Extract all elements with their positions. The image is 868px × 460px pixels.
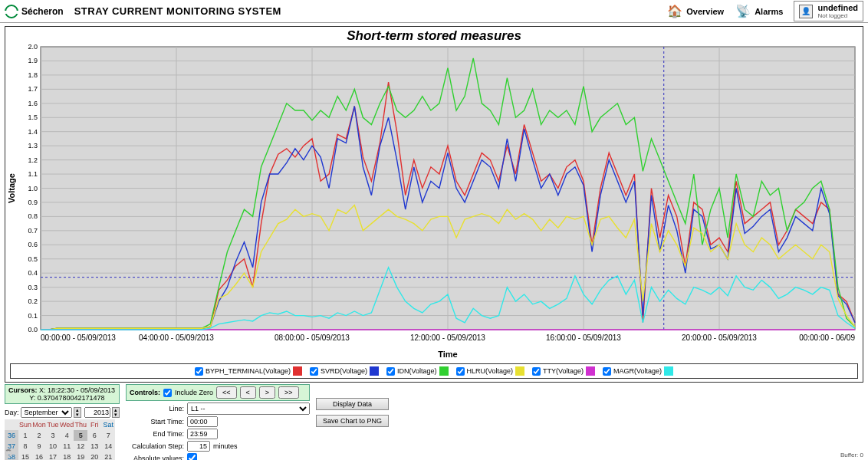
bell-icon: 📡 — [735, 3, 751, 20]
calendar-day[interactable]: 14 — [101, 441, 115, 452]
nav-overview[interactable]: 🏠 Overview — [666, 3, 724, 20]
calendar-day[interactable]: 5 — [74, 430, 87, 441]
calendar-day[interactable]: 11 — [60, 441, 74, 452]
legend-label: TTY(Voltage) — [543, 367, 584, 375]
year-spin[interactable]: ▴▾ — [112, 407, 120, 418]
home-icon: 🏠 — [666, 3, 683, 20]
chart-panel: Short-term stored measures 0.00.10.20.30… — [5, 26, 863, 383]
brand-name: Sécheron — [21, 6, 64, 17]
calendar-day[interactable]: 17 — [46, 452, 60, 460]
legend-item[interactable]: HLRU(Voltage) — [454, 366, 528, 376]
bottom-panel: Cursors: X: 18:22:30 - 05/09/2013 Y: 0.3… — [5, 384, 863, 460]
legend-checkbox[interactable] — [195, 367, 203, 376]
nav-alarms-label: Alarms — [755, 7, 783, 16]
calendar-day[interactable]: 19 — [74, 452, 87, 460]
busy-spinner-icon — [5, 449, 12, 457]
calendar-day[interactable]: 12 — [74, 441, 87, 452]
brand-logo-icon — [5, 5, 18, 18]
svg-text:0.4: 0.4 — [28, 269, 38, 277]
app-title: STRAY CURRENT MONITORING SYSTEM — [74, 5, 281, 17]
calendar-day[interactable]: 13 — [87, 441, 101, 452]
calendar: Day: September ▴▾ ▴▾ SunMonTueWedThuFriS… — [5, 407, 120, 460]
calendar-day[interactable]: 21 — [101, 452, 115, 460]
legend-item[interactable]: SVRD(Voltage) — [307, 366, 381, 376]
svg-text:Time: Time — [438, 350, 457, 359]
legend-item[interactable]: MAGR(Voltage) — [600, 366, 676, 376]
legend-item[interactable]: IDN(Voltage) — [384, 366, 451, 376]
legend-swatch-icon — [515, 366, 524, 376]
legend-checkbox[interactable] — [603, 367, 611, 376]
calendar-day[interactable]: 18 — [60, 452, 74, 460]
legend-label: HLRU(Voltage) — [467, 367, 514, 375]
user-name: undefined — [817, 3, 858, 12]
include-zero-checkbox[interactable] — [163, 389, 172, 397]
scroll-controls: Controls: Include Zero << < > >> — [126, 384, 310, 401]
step-input[interactable] — [187, 441, 210, 452]
legend-item[interactable]: BYPH_TERMINAL(Voltage) — [192, 366, 304, 376]
svg-text:0.1: 0.1 — [28, 312, 38, 320]
svg-text:0.5: 0.5 — [28, 255, 38, 263]
display-data-button[interactable]: Display Data — [316, 398, 389, 410]
chart-title: Short-term stored measures — [5, 27, 863, 44]
footer-buffer: Buffer: 0 — [840, 452, 863, 458]
calendar-day[interactable]: 4 — [60, 430, 74, 441]
calendar-day[interactable]: 20 — [87, 452, 101, 460]
nav-alarms[interactable]: 📡 Alarms — [735, 3, 783, 20]
svg-text:0.7: 0.7 — [28, 227, 38, 235]
legend-checkbox[interactable] — [456, 367, 465, 376]
user-box[interactable]: 👤 undefined Not logged — [794, 1, 863, 21]
svg-text:1.3: 1.3 — [28, 142, 38, 150]
legend-swatch-icon — [664, 366, 673, 376]
voltage-chart[interactable]: 0.00.10.20.30.40.50.60.70.80.91.01.11.21… — [5, 44, 863, 362]
abs-label: Absolute values: — [126, 455, 184, 461]
calendar-day[interactable]: 1 — [18, 430, 32, 441]
svg-text:0.3: 0.3 — [28, 284, 38, 291]
legend-swatch-icon — [370, 366, 379, 376]
include-zero-label: Include Zero — [175, 389, 213, 396]
svg-text:0.6: 0.6 — [28, 241, 38, 248]
day-label: Day: — [5, 409, 19, 416]
calendar-day[interactable]: 16 — [32, 452, 46, 460]
calendar-day[interactable]: 7 — [101, 430, 115, 441]
month-spin[interactable]: ▴▾ — [74, 407, 81, 418]
legend-label: BYPH_TERMINAL(Voltage) — [205, 367, 291, 375]
year-input[interactable] — [84, 407, 110, 418]
user-icon: 👤 — [799, 5, 813, 18]
legend-swatch-icon — [439, 366, 449, 376]
line-label: Line: — [126, 405, 184, 412]
btn-first[interactable]: << — [216, 386, 237, 399]
svg-text:0.9: 0.9 — [28, 199, 38, 206]
start-time-input[interactable] — [187, 416, 218, 427]
step-unit: minutes — [213, 442, 238, 450]
save-png-button[interactable]: Save Chart to PNG — [316, 415, 389, 427]
calendar-day[interactable]: 8 — [18, 441, 32, 452]
top-bar: Sécheron STRAY CURRENT MONITORING SYSTEM… — [0, 0, 868, 23]
svg-text:12:00:00 - 05/09/2013: 12:00:00 - 05/09/2013 — [410, 334, 485, 342]
end-time-input[interactable] — [187, 429, 218, 439]
calendar-day[interactable]: 10 — [46, 441, 60, 452]
calendar-day[interactable]: 15 — [18, 452, 32, 460]
svg-text:00:00:00 - 05/09/2013: 00:00:00 - 05/09/2013 — [41, 334, 116, 342]
month-select[interactable]: September — [21, 407, 72, 418]
calendar-day[interactable]: 3 — [46, 430, 60, 441]
legend-label: MAGR(Voltage) — [613, 367, 662, 375]
end-time-label: End Time: — [126, 430, 184, 438]
calendar-day[interactable]: 6 — [87, 430, 101, 441]
abs-checkbox[interactable] — [187, 453, 197, 460]
legend-checkbox[interactable] — [386, 367, 395, 376]
btn-prev[interactable]: < — [240, 386, 256, 399]
calendar-grid[interactable]: SunMonTueWedThuFriSat3612345673789101112… — [5, 419, 115, 460]
calendar-day[interactable]: 9 — [32, 441, 46, 452]
legend-checkbox[interactable] — [532, 367, 541, 376]
line-select[interactable]: L1 -- — [187, 402, 310, 415]
legend-checkbox[interactable] — [310, 367, 318, 376]
legend-item[interactable]: TTY(Voltage) — [530, 366, 597, 376]
calendar-day[interactable]: 2 — [32, 430, 46, 441]
svg-text:00:00:00 - 06/09: 00:00:00 - 06/09 — [799, 334, 855, 342]
legend-swatch-icon — [586, 366, 595, 376]
cursors-label: Cursors: — [8, 386, 38, 394]
btn-last[interactable]: >> — [278, 386, 299, 399]
svg-text:0.0: 0.0 — [28, 326, 38, 334]
btn-next[interactable]: > — [259, 386, 275, 399]
svg-text:1.9: 1.9 — [28, 57, 38, 64]
